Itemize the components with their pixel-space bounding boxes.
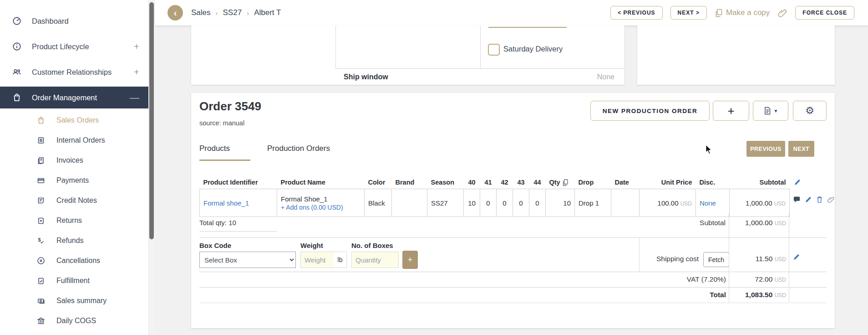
cell-size-44[interactable]: 0	[529, 189, 546, 217]
col-brand: Brand	[392, 177, 427, 189]
sidebar-item-cancellations[interactable]: Cancellations	[0, 251, 148, 271]
box-quantity-input[interactable]	[351, 252, 399, 268]
sidebar-item-label: Payments	[56, 176, 89, 185]
row-actions	[793, 196, 835, 203]
sidebar-item-invoices[interactable]: Invoices	[0, 150, 148, 170]
sidebar-item-dashboard[interactable]: Dashboard	[0, 10, 148, 32]
cell-size-41[interactable]: 0	[480, 189, 497, 217]
sidebar-item-label: Sales Orders	[56, 116, 99, 124]
cell-size-43[interactable]: 0	[513, 189, 529, 217]
box-code-label: Box Code	[199, 242, 231, 249]
col-product-name: Product Name	[277, 177, 365, 189]
cell-drop[interactable]: Drop 1	[575, 189, 611, 217]
table-header-row: Product Identifier Product Name Color Br…	[200, 177, 790, 189]
sidebar-item-label: Daily COGS	[56, 317, 96, 325]
cell-unit-price: 100.00 USD	[640, 189, 696, 217]
product-identifier-link[interactable]: Formal shoe_1	[203, 199, 249, 207]
weight-label: Weight	[300, 242, 323, 249]
col-color: Color	[365, 177, 392, 189]
total-label: Total	[569, 291, 726, 299]
col-product-identifier: Product Identifier	[200, 177, 277, 189]
document-menu-button[interactable]: ▼	[753, 101, 788, 121]
shipping-cost-amount: 11.50 USD	[731, 255, 786, 263]
svg-text:$: $	[38, 237, 41, 242]
sidebar-item-returns[interactable]: Returns	[0, 211, 148, 231]
col-size-41: 41	[480, 177, 497, 189]
sidebar-item-order-management[interactable]: Order Management —	[0, 87, 148, 108]
sidebar-item-daily-cogs[interactable]: Daily COGS	[0, 311, 148, 331]
sidebar-item-sales-summary[interactable]: Sales summary	[0, 291, 148, 311]
col-size-40: 40	[464, 177, 480, 189]
previous-order-button[interactable]: < PREVIOUS	[610, 6, 662, 20]
info-icon	[12, 41, 22, 52]
cell-date[interactable]	[611, 189, 640, 217]
trash-icon[interactable]	[816, 196, 823, 203]
col-size-43: 43	[513, 177, 529, 189]
sidebar-item-customer-relationships[interactable]: Customer Relationships +	[0, 61, 148, 83]
next-order-button[interactable]: NEXT >	[670, 6, 707, 20]
collapse-minus-icon[interactable]: —	[130, 92, 139, 103]
sidebar-item-refunds[interactable]: $ Refunds	[0, 231, 148, 251]
sidebar-item-payments[interactable]: Payments	[0, 170, 148, 191]
pencil-icon[interactable]	[805, 196, 812, 203]
breadcrumb-season[interactable]: SS27	[223, 8, 242, 17]
pagination-previous-button[interactable]: PREVIOUS	[746, 141, 785, 157]
paperclip-icon[interactable]	[827, 196, 835, 203]
make-a-copy-button[interactable]: Make a copy	[715, 8, 770, 17]
cancel-icon	[36, 256, 46, 265]
active-tab-underline	[199, 160, 250, 161]
copy-icon[interactable]	[563, 179, 568, 186]
pencil-icon[interactable]	[793, 253, 800, 261]
products-table: Product Identifier Product Name Color Br…	[199, 177, 790, 217]
panel-divider	[335, 68, 624, 69]
new-production-order-button[interactable]: NEW PRODUCTION ORDER	[590, 101, 710, 121]
weight-input[interactable]	[300, 252, 334, 268]
cell-size-42[interactable]: 0	[497, 189, 513, 217]
breadcrumb-sales[interactable]: Sales	[191, 8, 211, 17]
fetch-shipping-button[interactable]: Fetch	[703, 252, 729, 267]
tab-production-orders[interactable]: Production Orders	[267, 144, 330, 153]
paperclip-icon[interactable]	[777, 8, 787, 18]
sidebar-item-credit-notes[interactable]: Credit Notes	[0, 191, 148, 211]
breadcrumb-customer[interactable]: Albert T	[254, 8, 281, 17]
ship-window-label: Ship window	[344, 73, 388, 81]
product-name: Formal Shoe_1	[281, 195, 360, 203]
box-code-select[interactable]: Select Box	[199, 252, 296, 268]
expand-plus-icon[interactable]: +	[134, 41, 139, 52]
sidebar-scrollbar-thumb[interactable]	[149, 2, 154, 239]
comment-icon[interactable]	[793, 196, 801, 203]
cell-size-40[interactable]: 10	[464, 189, 480, 217]
sidebar-item-label: Dashboard	[32, 17, 69, 26]
refund-icon: $	[36, 236, 46, 245]
sidebar-item-product-lifecycle[interactable]: Product Lifecycle +	[0, 36, 148, 57]
back-button[interactable]: ‹	[168, 5, 183, 21]
gear-icon: ⚙	[805, 105, 814, 117]
sidebar-item-label: Returns	[56, 216, 82, 225]
tab-products[interactable]: Products	[199, 144, 230, 153]
sidebar-item-sales-orders[interactable]: Sales Orders	[0, 110, 148, 130]
section-divider	[199, 303, 827, 303]
subtotal-label: Subtotal	[639, 219, 726, 227]
pencil-icon[interactable]	[794, 179, 801, 186]
back-chevron-icon: ‹	[174, 8, 177, 18]
sidebar-item-label: Internal Orders	[56, 136, 105, 144]
invoice-icon	[36, 156, 46, 165]
col-season: Season	[427, 177, 464, 189]
col-disc: Disc.	[696, 177, 730, 189]
settings-button[interactable]: ⚙	[793, 101, 827, 121]
side-summary-panel	[637, 26, 835, 85]
add-ons-link[interactable]: + Add ons (0.00 USD)	[281, 204, 343, 211]
expand-plus-icon[interactable]: +	[134, 67, 139, 77]
shopping-bag-icon	[12, 93, 22, 103]
return-icon	[36, 216, 46, 225]
add-line-button[interactable]: +	[713, 101, 749, 121]
saturday-delivery-checkbox[interactable]	[488, 44, 500, 56]
add-box-button[interactable]: +	[402, 251, 418, 269]
pagination-next-button[interactable]: NEXT	[788, 141, 814, 157]
sidebar-item-fulfillment[interactable]: Fulfillment	[0, 271, 148, 291]
sidebar-item-internal-orders[interactable]: Internal Orders	[0, 130, 148, 150]
breadcrumb-separator: ›	[247, 9, 249, 17]
breadcrumb: Sales › SS27 › Albert T	[191, 0, 281, 26]
force-close-button[interactable]: FORCE CLOSE	[795, 6, 854, 20]
discount-link[interactable]: None	[700, 199, 716, 207]
